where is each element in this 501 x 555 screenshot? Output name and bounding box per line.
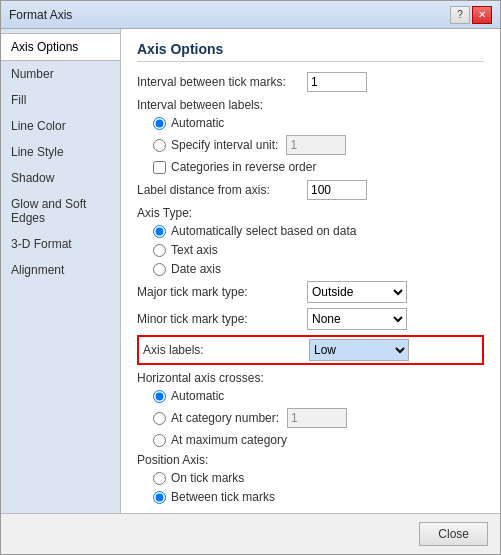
specify-interval-label[interactable]: Specify interval unit: [171,138,278,152]
specify-interval-radio-row: Specify interval unit: [153,135,484,155]
dialog-body: Axis Options Number Fill Line Color Line… [1,29,500,513]
categories-reverse-label[interactable]: Categories in reverse order [171,160,316,174]
h-automatic-radio-row: Automatic [153,389,484,403]
h-category-radio[interactable] [153,412,166,425]
specify-interval-radio[interactable] [153,139,166,152]
h-max-category-label[interactable]: At maximum category [171,433,287,447]
categories-reverse-checkbox[interactable] [153,161,166,174]
on-tick-radio[interactable] [153,472,166,485]
sidebar-item-fill[interactable]: Fill [1,87,120,113]
h-max-category-radio[interactable] [153,434,166,447]
axis-labels-select[interactable]: None Low High Next to Axis [309,339,409,361]
label-distance-row: Label distance from axis: [137,180,484,200]
date-axis-label[interactable]: Date axis [171,262,221,276]
sidebar-item-3d-format[interactable]: 3-D Format [1,231,120,257]
specify-interval-input[interactable] [286,135,346,155]
sidebar-item-number[interactable]: Number [1,61,120,87]
minor-tick-row: Minor tick mark type: None Inside Outsid… [137,308,484,330]
between-tick-label[interactable]: Between tick marks [171,490,275,504]
h-automatic-radio[interactable] [153,390,166,403]
h-category-input[interactable] [287,408,347,428]
automatic-label[interactable]: Automatic [171,116,224,130]
title-close-button[interactable]: ✕ [472,6,492,24]
close-button[interactable]: Close [419,522,488,546]
date-axis-radio-row: Date axis [153,262,484,276]
on-tick-radio-row: On tick marks [153,471,484,485]
auto-select-label[interactable]: Automatically select based on data [171,224,356,238]
interval-labels-label: Interval between labels: [137,98,484,112]
major-tick-label: Major tick mark type: [137,285,307,299]
h-category-radio-row: At category number: [153,408,484,428]
interval-tick-input[interactable] [307,72,367,92]
auto-select-radio[interactable] [153,225,166,238]
section-title: Axis Options [137,41,484,62]
help-button[interactable]: ? [450,6,470,24]
categories-reverse-row: Categories in reverse order [153,160,484,174]
sidebar: Axis Options Number Fill Line Color Line… [1,29,121,513]
dialog-footer: Close [1,513,500,554]
on-tick-label[interactable]: On tick marks [171,471,244,485]
h-category-label[interactable]: At category number: [171,411,279,425]
date-axis-radio[interactable] [153,263,166,276]
auto-select-radio-row: Automatically select based on data [153,224,484,238]
label-distance-label: Label distance from axis: [137,183,307,197]
dialog-title: Format Axis [9,8,72,22]
text-axis-label[interactable]: Text axis [171,243,218,257]
major-tick-select[interactable]: None Inside Outside Cross [307,281,407,303]
label-distance-input[interactable] [307,180,367,200]
h-automatic-label[interactable]: Automatic [171,389,224,403]
sidebar-item-axis-options[interactable]: Axis Options [1,33,120,61]
between-tick-radio[interactable] [153,491,166,504]
major-tick-row: Major tick mark type: None Inside Outsid… [137,281,484,303]
minor-tick-select[interactable]: None Inside Outside Cross [307,308,407,330]
axis-type-label: Axis Type: [137,206,484,220]
sidebar-item-line-color[interactable]: Line Color [1,113,120,139]
between-tick-radio-row: Between tick marks [153,490,484,504]
interval-tick-label: Interval between tick marks: [137,75,307,89]
text-axis-radio[interactable] [153,244,166,257]
format-axis-dialog: Format Axis ? ✕ Axis Options Number Fill… [0,0,501,555]
sidebar-item-shadow[interactable]: Shadow [1,165,120,191]
axis-labels-row: Axis labels: None Low High Next to Axis [137,335,484,365]
text-axis-radio-row: Text axis [153,243,484,257]
sidebar-item-alignment[interactable]: Alignment [1,257,120,283]
sidebar-item-line-style[interactable]: Line Style [1,139,120,165]
title-bar: Format Axis ? ✕ [1,1,500,29]
h-max-category-radio-row: At maximum category [153,433,484,447]
horizontal-axis-label: Horizontal axis crosses: [137,371,484,385]
automatic-radio-row: Automatic [153,116,484,130]
position-axis-label: Position Axis: [137,453,484,467]
main-content: Axis Options Interval between tick marks… [121,29,500,513]
sidebar-item-glow[interactable]: Glow and Soft Edges [1,191,120,231]
axis-labels-label: Axis labels: [143,343,309,357]
title-bar-buttons: ? ✕ [450,6,492,24]
automatic-radio[interactable] [153,117,166,130]
minor-tick-label: Minor tick mark type: [137,312,307,326]
interval-tick-row: Interval between tick marks: [137,72,484,92]
